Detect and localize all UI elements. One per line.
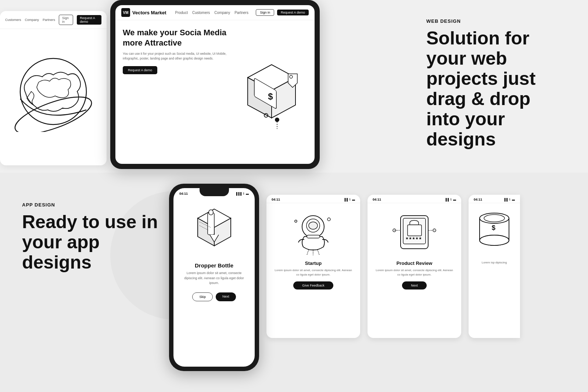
svg-rect-13	[208, 213, 214, 235]
phone-main-title: Dropper Bottle	[195, 262, 233, 269]
tablet-headline: We make your Socia Media more Attractive	[123, 28, 230, 48]
nav-company[interactable]: Company	[25, 18, 39, 22]
battery-icon: ▬	[246, 192, 249, 195]
tablet-hero-illustration: $	[237, 54, 305, 131]
left-signin-button[interactable]: Sign in	[59, 15, 73, 25]
startup-illustration	[290, 209, 337, 257]
tablet-text-block: We make your Socia Media more Attractive…	[123, 28, 234, 157]
phone-main-buttons: Skip Next	[192, 292, 236, 301]
give-feedback-button[interactable]: Give Feedback	[293, 281, 333, 289]
wifi-icon-4: ⌇	[509, 198, 510, 201]
phone-main: 04:11 ▐▐▐ ⌇ ▬	[169, 184, 259, 371]
svg-rect-20	[307, 235, 320, 238]
phone-card-4-status-icons: ▐▐ ⌇ ▬	[503, 198, 515, 201]
phone-main-time: 04:11	[179, 192, 188, 195]
phone-card-3-time: 04:11	[373, 198, 381, 201]
tablet-demo-button[interactable]: Request A demo	[277, 10, 309, 15]
bottom-left-text: APP DESIGN Ready to use in your app desi…	[22, 202, 158, 273]
phone-card-3-status: 04:11 ▐▐ ⌇ ▬	[368, 195, 461, 203]
tablet-nav-items: Product Customers Company Partners	[175, 11, 248, 15]
globe-container	[0, 29, 107, 154]
left-card: Customers Company Partners Sign in Reque…	[0, 11, 107, 165]
phone-card-4-time: 04:11	[474, 198, 482, 201]
battery-icon-3: ▬	[453, 198, 456, 201]
right-text-block: WEB DESIGN Solution for your web project…	[426, 18, 566, 150]
phone-card-4-content: $ Lorem isp dipiscing	[469, 203, 520, 275]
svg-text:$: $	[492, 224, 495, 231]
top-section: Customers Company Partners Sign in Reque…	[0, 0, 588, 173]
tablet-screen: VM Vectors Market Product Customers Comp…	[115, 5, 315, 164]
signal-icon-3: ▐▐	[445, 198, 449, 201]
globe-illustration	[13, 51, 94, 132]
bottom-section: APP DESIGN Ready to use in your app desi…	[0, 173, 588, 392]
phone-main-screen: 04:11 ▐▐▐ ⌇ ▬	[173, 188, 255, 367]
phone-status-icons: ▐▐▐ ⌇ ▬	[235, 192, 249, 195]
phone-card-2-title: Startup	[305, 260, 322, 266]
left-demo-button[interactable]: Request A demo	[77, 15, 101, 25]
tablet-nav-company[interactable]: Company	[214, 11, 230, 15]
phone-card-product-review: 04:11 ▐▐ ⌇ ▬	[368, 195, 461, 338]
phone-main-content: Dropper Bottle Lorem ipsum dolor sit ame…	[173, 197, 255, 305]
tablet-nav-buttons: Sign in Request A demo	[256, 9, 309, 16]
phone-card-3-text: Lorem ipsum dolor sit amet, consecte dip…	[375, 268, 454, 277]
battery-icon-4: ▬	[512, 198, 515, 201]
product-review-illustration: ★★★★★	[391, 209, 438, 257]
phone-card-4-status: 04:11 ▐▐ ⌇ ▬	[469, 195, 520, 203]
wifi-icon: ⌇	[243, 192, 244, 195]
svg-text:$: $	[268, 91, 273, 101]
tablet-logo: VM Vectors Market	[121, 8, 166, 17]
svg-rect-14	[209, 210, 213, 215]
phone-card-3-status-icons: ▐▐ ⌇ ▬	[445, 198, 456, 201]
tablet-logo-text: Vectors Market	[132, 10, 166, 15]
svg-point-22	[327, 218, 330, 221]
web-design-label: WEB DESIGN	[426, 18, 566, 24]
svg-point-19	[309, 222, 318, 229]
app-design-headline: Ready to use in your app designs	[22, 212, 158, 273]
nav-customers[interactable]: Customers	[5, 18, 21, 22]
tablet-nav-partners[interactable]: Partners	[234, 11, 248, 15]
phone-card-3-content: ★★★★★ Product Review Lorem ipsum dolor s…	[368, 203, 461, 295]
svg-point-1	[13, 89, 94, 132]
svg-text:★★★★★: ★★★★★	[405, 236, 422, 240]
phone-card-partial: 04:11 ▐▐ ⌇ ▬	[469, 195, 520, 338]
partial-illustration: $	[470, 209, 518, 257]
app-design-label: APP DESIGN	[22, 202, 158, 208]
phone-notch	[200, 188, 229, 196]
tablet-nav: VM Vectors Market Product Customers Comp…	[115, 5, 315, 20]
left-card-nav: Customers Company Partners Sign in Reque…	[0, 11, 107, 29]
web-design-headline: Solution for your web projects just drag…	[426, 28, 566, 150]
tablet-nav-product[interactable]: Product	[175, 11, 188, 15]
signal-icon-4: ▐▐	[503, 198, 508, 201]
next-button-card[interactable]: Next	[402, 281, 427, 289]
skip-button[interactable]: Skip	[192, 292, 213, 301]
tablet-content: We make your Socia Media more Attractive…	[115, 20, 315, 161]
phone-main-text: Lorem ipsum dolor sit amet, consecte dip…	[181, 271, 247, 286]
signal-icon-2: ▐▐	[344, 198, 348, 201]
signal-icon: ▐▐▐	[235, 192, 241, 195]
nav-partners[interactable]: Partners	[43, 18, 55, 22]
wifi-icon-3: ⌇	[450, 198, 452, 201]
tablet-illustration: $	[234, 28, 307, 157]
phones-row: 04:11 ▐▐▐ ⌇ ▬	[169, 184, 520, 371]
tablet-signin-button[interactable]: Sign in	[256, 9, 274, 16]
wifi-icon-2: ⌇	[349, 198, 351, 201]
phone-card-3-title: Product Review	[397, 260, 433, 266]
tablet-nav-customers[interactable]: Customers	[192, 11, 210, 15]
next-button[interactable]: Next	[216, 292, 236, 301]
phone-card-2-status: 04:11 ▐▐ ⌇ ▬	[266, 195, 360, 203]
tablet-subtext: You can use it for your project such as …	[123, 51, 230, 61]
svg-point-33	[480, 235, 509, 245]
battery-icon-2: ▬	[352, 198, 355, 201]
phone-card-2-status-icons: ▐▐ ⌇ ▬	[344, 198, 355, 201]
phone-card-4-text: Lorem isp dipiscing	[482, 260, 507, 265]
svg-point-21	[295, 220, 297, 222]
phone-card-2-content: Startup Lorem ipsum dolor sit amet, cons…	[266, 203, 360, 295]
phone-card-startup: 04:11 ▐▐ ⌇ ▬	[266, 195, 360, 338]
dropper-bottle-illustration	[187, 201, 242, 259]
svg-point-9	[275, 118, 279, 122]
tablet-cta-button[interactable]: Request A demo	[123, 66, 157, 74]
logo-icon: VM	[121, 8, 130, 17]
tablet-mockup: VM Vectors Market Product Customers Comp…	[110, 0, 320, 169]
svg-rect-25	[408, 225, 422, 236]
phone-card-2-time: 04:11	[272, 198, 280, 201]
